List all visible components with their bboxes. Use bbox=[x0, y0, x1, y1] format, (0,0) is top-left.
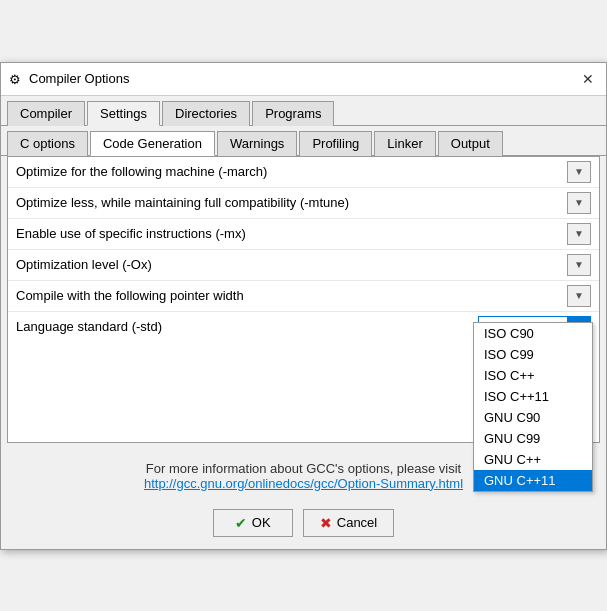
close-button[interactable]: ✕ bbox=[578, 69, 598, 89]
dropdown-item-gnu-c90[interactable]: GNU C90 bbox=[474, 407, 592, 428]
option-row-pointer: Compile with the following pointer width… bbox=[8, 281, 599, 312]
tab-linker[interactable]: Linker bbox=[374, 131, 435, 156]
tab-compiler[interactable]: Compiler bbox=[7, 101, 85, 126]
option-label-mtune: Optimize less, while maintaining full co… bbox=[16, 195, 567, 210]
option-row-mtune: Optimize less, while maintaining full co… bbox=[8, 188, 599, 219]
dropdown-btn-ox[interactable]: ▼ bbox=[567, 254, 591, 276]
dropdown-item-iso-c90[interactable]: ISO C90 bbox=[474, 323, 592, 344]
cancel-x-icon: ✖ bbox=[320, 515, 332, 531]
sub-tab-bar: C options Code Generation Warnings Profi… bbox=[1, 126, 606, 156]
option-label-pointer: Compile with the following pointer width bbox=[16, 288, 567, 303]
dropdown-item-iso-cpp[interactable]: ISO C++ bbox=[474, 365, 592, 386]
window-title: Compiler Options bbox=[29, 71, 129, 86]
tab-directories[interactable]: Directories bbox=[162, 101, 250, 126]
cancel-label: Cancel bbox=[337, 515, 377, 530]
cancel-button[interactable]: ✖ Cancel bbox=[303, 509, 394, 537]
tab-output[interactable]: Output bbox=[438, 131, 503, 156]
tab-programs[interactable]: Programs bbox=[252, 101, 334, 126]
dropdown-btn-march[interactable]: ▼ bbox=[567, 161, 591, 183]
tab-c-options[interactable]: C options bbox=[7, 131, 88, 156]
dropdown-btn-mtune[interactable]: ▼ bbox=[567, 192, 591, 214]
option-label-std: Language standard (-std) bbox=[16, 319, 478, 334]
dropdown-item-gnu-cpp11[interactable]: GNU C++11 bbox=[474, 470, 592, 491]
ok-checkmark-icon: ✔ bbox=[235, 515, 247, 531]
compiler-options-dialog: ⚙ Compiler Options ✕ Compiler Settings D… bbox=[0, 62, 607, 550]
dropdown-item-gnu-cpp[interactable]: GNU C++ bbox=[474, 449, 592, 470]
button-bar: ✔ OK ✖ Cancel bbox=[1, 499, 606, 549]
option-row-mx: Enable use of specific instructions (-mx… bbox=[8, 219, 599, 250]
tab-settings[interactable]: Settings bbox=[87, 101, 160, 126]
content-area: Optimize for the following machine (-mar… bbox=[7, 156, 600, 443]
main-tab-bar: Compiler Settings Directories Programs bbox=[1, 96, 606, 126]
dropdown-btn-pointer[interactable]: ▼ bbox=[567, 285, 591, 307]
option-row-ox: Optimization level (-Ox) ▼ bbox=[8, 250, 599, 281]
dropdown-item-iso-c99[interactable]: ISO C99 bbox=[474, 344, 592, 365]
option-label-mx: Enable use of specific instructions (-mx… bbox=[16, 226, 567, 241]
tab-profiling[interactable]: Profiling bbox=[299, 131, 372, 156]
dropdown-item-gnu-c99[interactable]: GNU C99 bbox=[474, 428, 592, 449]
option-label-march: Optimize for the following machine (-mar… bbox=[16, 164, 567, 179]
title-bar-left: ⚙ Compiler Options bbox=[9, 71, 129, 86]
option-label-ox: Optimization level (-Ox) bbox=[16, 257, 567, 272]
dropdown-item-iso-cpp11[interactable]: ISO C++11 bbox=[474, 386, 592, 407]
ok-label: OK bbox=[252, 515, 271, 530]
info-link[interactable]: http://gcc.gnu.org/onlinedocs/gcc/Option… bbox=[144, 476, 463, 491]
std-dropdown-popup: ISO C90 ISO C99 ISO C++ ISO C++11 GNU C9… bbox=[473, 322, 593, 492]
ok-button[interactable]: ✔ OK bbox=[213, 509, 293, 537]
title-bar: ⚙ Compiler Options ✕ bbox=[1, 63, 606, 96]
options-list: Optimize for the following machine (-mar… bbox=[8, 157, 599, 342]
tab-code-generation[interactable]: Code Generation bbox=[90, 131, 215, 156]
option-row-march: Optimize for the following machine (-mar… bbox=[8, 157, 599, 188]
dropdown-btn-mx[interactable]: ▼ bbox=[567, 223, 591, 245]
window-icon: ⚙ bbox=[9, 72, 23, 86]
tab-warnings[interactable]: Warnings bbox=[217, 131, 297, 156]
